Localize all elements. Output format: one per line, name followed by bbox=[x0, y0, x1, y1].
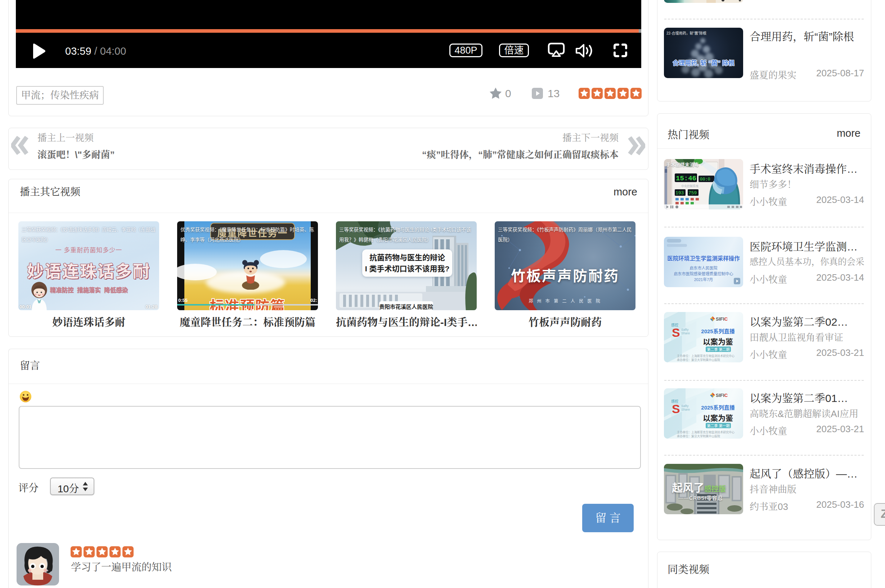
svg-text:00:0: 00:0 bbox=[700, 177, 711, 182]
svg-text:759: 759 bbox=[688, 190, 697, 196]
svg-text:中央控制系统: 中央控制系统 bbox=[681, 184, 699, 188]
svg-text:193: 193 bbox=[675, 190, 684, 196]
svg-text:15:46: 15:46 bbox=[676, 174, 696, 183]
